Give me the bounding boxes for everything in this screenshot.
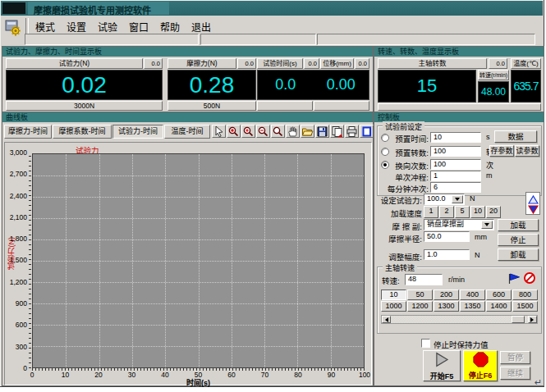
single-stroke-unit: m [486, 171, 493, 180]
zoom-in-icon[interactable] [241, 125, 255, 138]
strokes-per-min-input[interactable]: 6 [430, 182, 481, 193]
scroll-left-icon[interactable] [382, 316, 391, 323]
scroll-right-icon[interactable] [528, 316, 537, 323]
speed-scrollbar[interactable] [381, 315, 538, 324]
force-up-arrow-icon[interactable] [526, 193, 539, 203]
load-rate-option[interactable]: 20 [486, 206, 501, 218]
load-rate-option[interactable]: 2 [439, 206, 454, 218]
adjust-range-input[interactable]: 1.0 [424, 249, 470, 260]
zoom-icon[interactable] [271, 125, 285, 138]
menu-item[interactable]: 试验 [92, 19, 123, 32]
spindle-forbid-icon[interactable] [523, 271, 536, 288]
force-display-panel: 试验力、摩擦力、时间显示板 试验力(N) 0.0 0.02 3000N 摩擦力(… [2, 46, 374, 112]
tab-friction-time[interactable]: 摩擦力-时间 [4, 125, 52, 139]
spindle-speed-label: 转速: [382, 275, 403, 286]
disp-footer-cell [314, 101, 369, 111]
hold-force-checkbox[interactable] [421, 339, 430, 348]
print-icon[interactable] [345, 125, 359, 138]
y-tick: 1,200 [5, 279, 30, 286]
plot-area[interactable] [32, 153, 365, 368]
tab-temperature-time[interactable]: 温度-时间 [164, 125, 210, 139]
speed-preset-button[interactable]: 600 [486, 289, 512, 300]
set-force-dropdown-icon[interactable] [452, 195, 463, 203]
resume-button[interactable]: 继续 [500, 367, 530, 380]
speed-preset-button[interactable]: 50 [407, 289, 433, 300]
zoom-select-icon[interactable] [227, 125, 241, 138]
stray-return-glyph: ↵ [535, 377, 542, 388]
friction-force-peak: 0.0 [237, 58, 256, 69]
preset-time-input[interactable]: 10 [430, 132, 481, 143]
presets-group-label: 试验前设定 [383, 121, 424, 132]
menu-item[interactable]: 退出 [186, 19, 217, 32]
pan-hand-icon[interactable] [286, 125, 300, 138]
load-rate-option[interactable]: 1 [424, 206, 438, 218]
friction-pair-label: 摩 擦 副: [374, 221, 422, 232]
menu-item[interactable]: 模式 [30, 19, 61, 32]
menu-item[interactable]: 帮助 [154, 19, 186, 32]
tab-test-force-time[interactable]: 试验力-时间 [112, 125, 163, 139]
preset-time-unit: s [486, 133, 490, 141]
new-chart-icon[interactable] [360, 125, 374, 138]
revolutions-display: 15 [378, 70, 476, 103]
speed-preset-button[interactable]: 1500 [512, 301, 538, 312]
preset-revs-label: 预置转数: [381, 147, 429, 158]
start-play-icon [434, 351, 450, 370]
speed-preset-button[interactable]: 1000 [381, 301, 406, 312]
speed-footer-bar [378, 103, 541, 111]
data-button[interactable]: 数据 [494, 130, 537, 143]
speed-preset-button[interactable]: 1350 [460, 301, 485, 312]
speed-preset-button[interactable]: 200 [434, 289, 459, 300]
friction-radius-input[interactable]: 50.0 [424, 231, 470, 242]
open-file-icon[interactable] [301, 125, 314, 138]
stop-load-button[interactable]: 停止 [498, 234, 539, 246]
scroll-thumb[interactable] [512, 316, 525, 323]
load-button[interactable]: 加载 [498, 219, 539, 231]
load-rate-option[interactable]: 5 [455, 206, 470, 218]
test-time-label: 试验时间(s) [257, 58, 303, 69]
reverse-count-input[interactable]: 100 [430, 159, 481, 170]
title-bar[interactable]: 摩擦磨损试验机专用测控软件 [1, 1, 543, 16]
menu-item[interactable]: 窗口 [123, 19, 154, 32]
status-box-1 [25, 34, 199, 45]
tab-friction-coef-time[interactable]: 摩擦系数-时间 [53, 125, 112, 139]
unload-button[interactable]: 卸载 [498, 248, 539, 261]
adjust-range-label: 调整幅度: [374, 251, 422, 262]
stop-button[interactable]: 停止F6 [463, 350, 498, 381]
zoom-out-icon[interactable] [256, 125, 270, 138]
set-force-label: 设定试验力: [374, 194, 422, 206]
curve-panel: 曲线板 摩擦力-时间 摩擦系数-时间 试验力-时间 温度-时间 试验力 试验力(… [2, 112, 374, 386]
friction-pair-combo[interactable]: 销盘摩擦副 [424, 219, 494, 230]
export-icon[interactable] [330, 125, 344, 138]
speed-preset-button[interactable]: 10 [381, 289, 406, 300]
read-params-button[interactable]: 读参数 [515, 145, 539, 157]
y-tick: 300 [5, 344, 30, 351]
set-force-value: 100.0 [427, 194, 446, 203]
start-button[interactable]: 开始F5 [423, 350, 461, 381]
status-box-2 [200, 34, 316, 45]
preset-revs-input[interactable]: 100 [430, 146, 481, 157]
app-gear-icon[interactable] [4, 19, 24, 37]
friction-pair-dropdown-icon[interactable] [481, 221, 493, 229]
load-rate-option[interactable]: 10 [470, 206, 485, 218]
menu-item[interactable]: 设置 [61, 19, 92, 32]
pause-button[interactable]: 暂停 [500, 351, 530, 364]
speed-preset-button[interactable]: 800 [512, 289, 538, 300]
speed-preset-button[interactable]: 400 [460, 289, 485, 300]
save-params-button[interactable]: 存参数 [489, 145, 514, 157]
test-force-display: 0.02 [6, 70, 163, 100]
force-down-arrow-icon[interactable] [526, 203, 539, 212]
speed-preset-button[interactable]: 1200 [407, 301, 433, 312]
chart-toolbar [212, 125, 374, 138]
speed-preset-button[interactable]: 1400 [486, 301, 512, 312]
y-tick: 600 [5, 321, 30, 329]
cursor-icon[interactable] [212, 125, 226, 138]
single-stroke-input[interactable]: 1 [430, 171, 481, 181]
chart-x-axis-label: 时间(s) [32, 377, 365, 388]
set-force-combo[interactable]: 100.0 [424, 194, 465, 205]
control-panel: 控制板 试验前设定 预置时间: 10 s 预置转数: 100 转 换向次数: 1… [374, 112, 544, 386]
speed-preset-button[interactable]: 1300 [434, 301, 459, 312]
set-force-unit: N [470, 194, 475, 203]
spindle-run-flag-icon[interactable] [507, 272, 521, 288]
spindle-speed-input[interactable]: 48 [405, 274, 443, 285]
save-icon[interactable] [315, 125, 329, 138]
